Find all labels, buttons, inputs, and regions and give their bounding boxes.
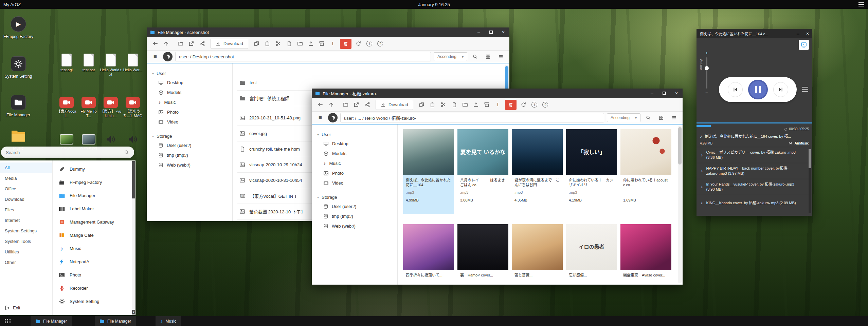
playlist-item[interactable]: ♪ Cynic＿ポリスピカデリー cover. by 柘榴-zakuro-.mp… xyxy=(697,147,812,163)
open-button[interactable] xyxy=(175,39,185,49)
list-view-button[interactable] xyxy=(669,113,679,123)
dark-mode-toggle[interactable] xyxy=(328,113,338,122)
list-view-button[interactable] xyxy=(496,52,506,62)
file-tile[interactable]: 「寂しい」 命に嫌われている＋＿カンザキイオリ....mp34.19MB xyxy=(566,129,617,214)
sidebar-toggle-button[interactable]: ≡ xyxy=(150,52,160,62)
app-item-photo[interactable]: Photo xyxy=(53,268,135,282)
sidebar-item-web-drive[interactable]: Web (web:/) xyxy=(312,221,397,231)
open-external-button[interactable] xyxy=(351,100,361,110)
archive-button[interactable] xyxy=(317,39,327,49)
new-file-button[interactable] xyxy=(284,39,294,49)
title-bar[interactable]: File Manager - screenshot – × xyxy=(147,27,509,37)
file-tile[interactable]: 君が夜の海に還るまで＿こんにちは谷田....mp34.35MB xyxy=(512,129,563,214)
exit-button[interactable]: Exit xyxy=(0,303,53,312)
category-office[interactable]: Office xyxy=(0,184,52,194)
new-file-button[interactable] xyxy=(449,100,459,110)
minimize-button[interactable]: – xyxy=(473,27,485,37)
file-tile[interactable]: 裏＿HamoP cover... xyxy=(457,224,508,285)
sort-select[interactable]: Ascending▾ xyxy=(434,52,467,61)
app-item-music[interactable]: ♪ Music xyxy=(53,242,135,255)
sidebar-item-tmp-drive[interactable]: tmp (tmp:/) xyxy=(147,150,232,160)
sidebar-item-photo[interactable]: Photo xyxy=(147,107,232,117)
open-button[interactable] xyxy=(340,100,350,110)
category-files[interactable]: Files xyxy=(0,205,52,215)
file-tile[interactable]: 命に嫌われている＋acoustic co...1.69MB xyxy=(620,129,671,214)
category-internet[interactable]: Internet xyxy=(0,215,52,226)
cut-button[interactable] xyxy=(438,100,449,110)
archive-button[interactable] xyxy=(482,100,492,110)
path-input[interactable]: user: / Desktop / screenshot xyxy=(175,52,431,61)
trash-button[interactable] xyxy=(340,39,351,49)
taskbar-item-file-manager-1[interactable]: File Manager xyxy=(31,316,72,326)
sidebar-item-user-drive[interactable]: User (user:/) xyxy=(312,202,397,211)
info-button[interactable]: i xyxy=(364,39,375,49)
close-button[interactable]: × xyxy=(803,29,812,38)
app-item-file-manager[interactable]: File Manager xyxy=(53,189,135,202)
up-button[interactable] xyxy=(326,100,336,110)
pause-button[interactable] xyxy=(748,80,768,99)
desktop-file[interactable]: 【東方Vocal... xyxy=(56,92,77,118)
sidebar-item-models[interactable]: Models xyxy=(147,88,232,97)
sidebar-item-tmp-drive[interactable]: tmp (tmp:/) xyxy=(312,211,397,221)
file-tile[interactable]: 四季折々に揺蕩いて... xyxy=(403,224,454,285)
open-external-button[interactable] xyxy=(186,39,196,49)
sidebar-item-music[interactable]: ♪Music xyxy=(147,97,232,107)
share-button[interactable] xyxy=(362,100,372,110)
sidebar-item-user-drive[interactable]: User (user:/) xyxy=(147,140,232,150)
back-button[interactable] xyxy=(315,100,325,110)
category-utilities[interactable]: Utilities xyxy=(0,247,52,257)
upload-button[interactable] xyxy=(306,39,316,49)
next-button[interactable] xyxy=(773,82,788,97)
volume-knob[interactable] xyxy=(705,66,709,70)
refresh-button[interactable] xyxy=(519,100,529,110)
shortcut-file-manager[interactable]: File Manager xyxy=(2,94,35,117)
close-button[interactable]: × xyxy=(497,27,509,37)
desktop-file[interactable]: test.agi xyxy=(56,51,77,72)
up-button[interactable] xyxy=(161,39,171,49)
grid-view-button[interactable] xyxy=(483,52,493,62)
maximize-button[interactable] xyxy=(485,27,497,37)
minimize-button[interactable]: – xyxy=(646,89,658,98)
sidebar-section-user[interactable]: ▾User xyxy=(312,130,397,139)
category-download[interactable]: Download xyxy=(0,194,52,205)
search-button[interactable] xyxy=(643,113,653,123)
scrollbar[interactable] xyxy=(678,126,682,283)
minimize-button[interactable]: – xyxy=(793,29,803,38)
search-input[interactable] xyxy=(6,150,124,155)
download-button[interactable]: Download xyxy=(211,39,248,49)
taskbar-item-music[interactable]: ♪ Music xyxy=(156,316,181,326)
playlist-item[interactable]: ♪ KING＿Kanaria cover. by 柘榴-zakuro-.mp3 … xyxy=(697,195,812,211)
copy-button[interactable] xyxy=(417,100,427,110)
sidebar-item-music[interactable]: ♪Music xyxy=(312,158,397,168)
desktop-file[interactable]: Fly Me To T... xyxy=(78,92,100,118)
path-input[interactable]: user: / ... / Hello World / 柘榴-zakuro- xyxy=(340,113,604,122)
file-tile-selected[interactable]: 例えば、今此処に置かれた花に＿164....mp34.99MB xyxy=(403,129,454,214)
category-system-tools[interactable]: System Tools xyxy=(0,236,52,247)
search-button[interactable] xyxy=(470,52,480,62)
grid-view-button[interactable] xyxy=(656,113,666,123)
back-button[interactable] xyxy=(150,39,160,49)
sidebar-section-storage[interactable]: ▾Storage xyxy=(147,132,232,140)
sidebar-item-photo[interactable]: Photo xyxy=(312,168,397,178)
file-tile[interactable]: イロの愚者 忘却感傷... xyxy=(566,224,617,285)
playlist-item[interactable]: ♪ In Your Hands＿yusukeP cover. by 柘榴-zak… xyxy=(697,179,812,195)
volume-plus-icon[interactable]: + xyxy=(705,51,708,56)
app-item-ffmpeg-factory[interactable]: FFmpeg Factory xyxy=(53,176,135,189)
upload-button[interactable] xyxy=(471,100,481,110)
download-button[interactable]: Download xyxy=(376,100,413,110)
trash-button[interactable] xyxy=(505,100,517,110)
refresh-button[interactable] xyxy=(354,39,364,49)
sidebar-item-models[interactable]: Models xyxy=(312,149,397,158)
playlist-scrollbar[interactable] xyxy=(809,149,811,213)
title-bar[interactable]: 例えば、今此処に置かれた花に＿164 c... – × xyxy=(697,29,812,38)
app-item-management-gateway[interactable]: Management Gateway xyxy=(53,215,135,229)
desktop-file[interactable]: 【東方】~yukimin... xyxy=(100,92,122,118)
taskbar-item-file-manager-2[interactable]: File Manager xyxy=(95,316,136,326)
playlist-item[interactable]: ♪ HAPPY BIRTHDAY＿back number cover. by柘榴… xyxy=(697,163,812,179)
desktop-file[interactable] xyxy=(122,129,144,146)
volume-minus-icon[interactable]: − xyxy=(705,90,708,95)
sidebar-section-storage[interactable]: ▾Storage xyxy=(312,193,397,202)
category-all[interactable]: All xyxy=(0,162,52,173)
category-media[interactable]: Media xyxy=(0,173,52,184)
sidebar-toggle-button[interactable]: ≡ xyxy=(315,113,325,123)
